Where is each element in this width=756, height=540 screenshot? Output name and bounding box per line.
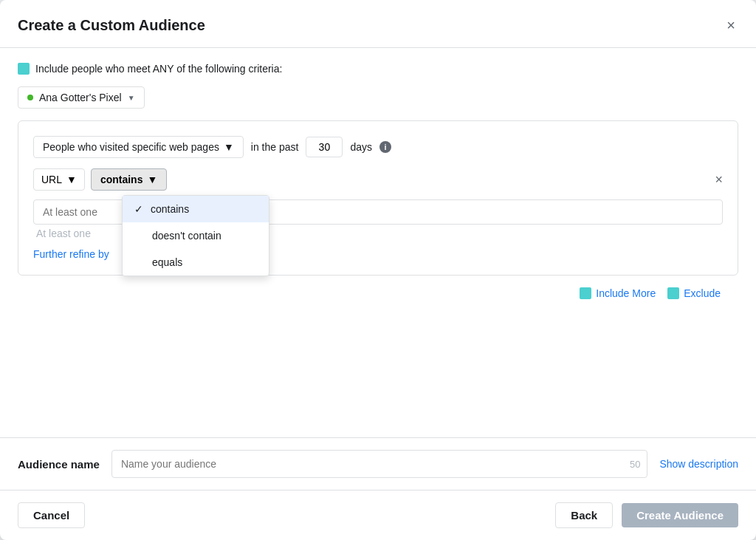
back-button[interactable]: Back bbox=[555, 502, 613, 528]
url-dropdown[interactable]: URL ▼ bbox=[33, 168, 85, 191]
right-buttons: Back Create Audience bbox=[555, 502, 738, 528]
criteria-text: Include people who meet ANY of the follo… bbox=[35, 63, 282, 75]
chevron-down-icon: ▼ bbox=[128, 94, 135, 102]
modal: Create a Custom Audience × Include peopl… bbox=[0, 0, 756, 540]
close-button[interactable]: × bbox=[724, 15, 738, 35]
url-chevron-icon: ▼ bbox=[66, 174, 77, 185]
show-description-button[interactable]: Show description bbox=[659, 458, 738, 470]
dropdown-item-equals[interactable]: equals bbox=[123, 249, 269, 276]
audience-name-input[interactable] bbox=[111, 450, 648, 478]
remove-filter-button[interactable]: × bbox=[715, 172, 723, 188]
criteria-header: Include people who meet ANY of the follo… bbox=[18, 63, 738, 75]
info-icon[interactable]: i bbox=[379, 141, 391, 153]
audience-name-wrap: 50 bbox=[111, 450, 648, 478]
audience-box: People who visited specific web pages ▼ … bbox=[18, 120, 738, 276]
audience-name-label: Audience name bbox=[18, 458, 100, 471]
further-refine-link[interactable]: Further refine by bbox=[33, 248, 109, 260]
in-past-label: in the past bbox=[251, 141, 299, 153]
audience-name-section: Audience name 50 Show description bbox=[0, 437, 756, 490]
pixel-dot-icon bbox=[27, 95, 33, 100]
days-label: days bbox=[350, 141, 372, 153]
dropdown-item-contains[interactable]: ✓ contains bbox=[123, 196, 269, 222]
action-row: Include More Exclude bbox=[18, 276, 738, 311]
web-pages-dropdown[interactable]: People who visited specific web pages ▼ bbox=[33, 136, 244, 158]
include-more-button[interactable]: Include More bbox=[580, 287, 656, 299]
pixel-selector[interactable]: Ana Gotter's Pixel ▼ bbox=[18, 86, 145, 109]
chevron-icon: ▼ bbox=[224, 141, 234, 153]
exclude-button[interactable]: Exclude bbox=[667, 287, 721, 299]
check-icon: ✓ bbox=[134, 203, 143, 215]
cancel-button[interactable]: Cancel bbox=[18, 502, 85, 528]
pixel-name: Ana Gotter's Pixel bbox=[39, 92, 122, 103]
modal-title: Create a Custom Audience bbox=[18, 17, 205, 34]
modal-header: Create a Custom Audience × bbox=[0, 0, 756, 48]
exclude-icon bbox=[667, 287, 679, 299]
filter-row: URL ▼ contains ▼ × ✓ contains does bbox=[33, 168, 723, 191]
dropdown-item-doesnt-contain[interactable]: doesn't contain bbox=[123, 222, 269, 249]
url-placeholder-text: At least one bbox=[36, 228, 91, 239]
modal-body: Include people who meet ANY of the follo… bbox=[0, 48, 756, 437]
char-count: 50 bbox=[630, 459, 640, 470]
contains-dropdown[interactable]: contains ▼ bbox=[91, 168, 167, 191]
teal-square-icon bbox=[18, 63, 30, 75]
row-controls: People who visited specific web pages ▼ … bbox=[33, 136, 723, 158]
contains-dropdown-menu: ✓ contains doesn't contain equals bbox=[122, 195, 269, 276]
footer-actions: Cancel Back Create Audience bbox=[0, 490, 756, 540]
contains-chevron-icon: ▼ bbox=[147, 174, 157, 185]
include-more-icon bbox=[580, 287, 591, 299]
create-audience-button[interactable]: Create Audience bbox=[622, 503, 738, 527]
days-input[interactable] bbox=[306, 137, 343, 157]
